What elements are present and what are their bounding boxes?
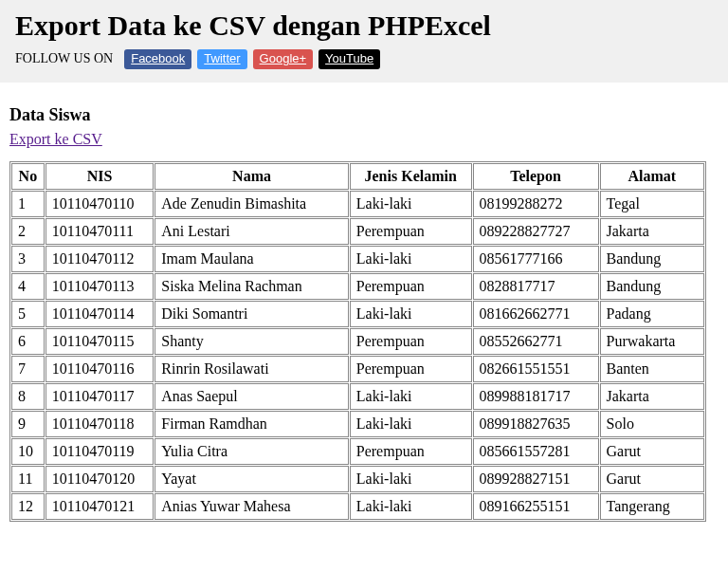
th-nama: Nama [155, 163, 349, 190]
cell-nama: Shanty [155, 328, 349, 355]
cell-no: 7 [11, 356, 45, 382]
cell-almt: Tangerang [600, 493, 704, 520]
cell-no: 5 [11, 301, 45, 327]
cell-almt: Jakarta [600, 383, 704, 410]
cell-nis: 10110470110 [46, 191, 155, 217]
table-row: 810110470117Anas SaepulLaki-laki08998818… [11, 383, 704, 410]
cell-no: 1 [11, 191, 45, 217]
page-title: Export Data ke CSV dengan PHPExcel [15, 9, 713, 42]
cell-nama: Firman Ramdhan [155, 411, 349, 437]
cell-almt: Bandung [600, 273, 704, 300]
table-row: 610110470115ShantyPerempuan08552662771Pu… [11, 328, 704, 355]
content: Data Siswa Export ke CSV No NIS Nama Jen… [0, 83, 728, 522]
cell-tel: 089988181717 [473, 383, 599, 410]
cell-nis: 10110470119 [46, 438, 155, 465]
cell-nama: Yulia Citra [155, 438, 349, 465]
cell-nis: 10110470115 [46, 328, 155, 355]
export-csv-link[interactable]: Export ke CSV [9, 131, 102, 147]
cell-almt: Purwakarta [600, 328, 704, 355]
youtube-badge[interactable]: YouTube [318, 49, 380, 69]
cell-tel: 0828817717 [473, 273, 599, 300]
cell-jk: Laki-laki [350, 383, 472, 410]
cell-almt: Bandung [600, 246, 704, 272]
cell-no: 4 [11, 273, 45, 300]
th-nis: NIS [46, 163, 155, 190]
cell-nama: Rinrin Rosilawati [155, 356, 349, 382]
follow-row: FOLLOW US ON Facebook Twitter Google+ Yo… [15, 49, 713, 69]
cell-nis: 10110470116 [46, 356, 155, 382]
table-row: 210110470111Ani LestariPerempuan08922882… [11, 218, 704, 245]
cell-tel: 089928827151 [473, 466, 599, 492]
siswa-table: No NIS Nama Jenis Kelamin Telepon Alamat… [9, 161, 706, 522]
cell-no: 9 [11, 411, 45, 437]
cell-nis: 10110470121 [46, 493, 155, 520]
cell-almt: Padang [600, 301, 704, 327]
table-row: 510110470114Diki SomantriLaki-laki081662… [11, 301, 704, 327]
th-jk: Jenis Kelamin [350, 163, 472, 190]
cell-almt: Solo [600, 411, 704, 437]
cell-tel: 08561777166 [473, 246, 599, 272]
cell-no: 11 [11, 466, 45, 492]
cell-nis: 10110470118 [46, 411, 155, 437]
table-row: 410110470113Siska Melina RachmanPerempua… [11, 273, 704, 300]
cell-jk: Laki-laki [350, 493, 472, 520]
cell-tel: 089166255151 [473, 493, 599, 520]
table-row: 310110470112Imam MaulanaLaki-laki0856177… [11, 246, 704, 272]
cell-jk: Laki-laki [350, 191, 472, 217]
cell-no: 8 [11, 383, 45, 410]
cell-nis: 10110470111 [46, 218, 155, 245]
cell-jk: Laki-laki [350, 301, 472, 327]
googleplus-badge[interactable]: Google+ [253, 49, 314, 69]
twitter-badge[interactable]: Twitter [197, 49, 246, 69]
cell-no: 12 [11, 493, 45, 520]
cell-jk: Laki-laki [350, 466, 472, 492]
table-row: 1010110470119Yulia CitraPerempuan0856615… [11, 438, 704, 465]
cell-no: 6 [11, 328, 45, 355]
cell-jk: Perempuan [350, 273, 472, 300]
cell-tel: 085661557281 [473, 438, 599, 465]
cell-tel: 081662662771 [473, 301, 599, 327]
cell-no: 10 [11, 438, 45, 465]
cell-nama: Imam Maulana [155, 246, 349, 272]
cell-almt: Tegal [600, 191, 704, 217]
cell-nis: 10110470113 [46, 273, 155, 300]
cell-nama: Yayat [155, 466, 349, 492]
cell-nis: 10110470112 [46, 246, 155, 272]
cell-almt: Banten [600, 356, 704, 382]
table-row: 110110470110Ade Zenudin BimashitaLaki-la… [11, 191, 704, 217]
table-row: 710110470116Rinrin RosilawatiPerempuan08… [11, 356, 704, 382]
cell-jk: Perempuan [350, 438, 472, 465]
cell-tel: 08552662771 [473, 328, 599, 355]
cell-tel: 082661551551 [473, 356, 599, 382]
cell-tel: 089918827635 [473, 411, 599, 437]
cell-no: 3 [11, 246, 45, 272]
follow-label: FOLLOW US ON [15, 51, 113, 66]
cell-almt: Jakarta [600, 218, 704, 245]
table-row: 1110110470120YayatLaki-laki089928827151G… [11, 466, 704, 492]
cell-jk: Perempuan [350, 328, 472, 355]
cell-nama: Ade Zenudin Bimashita [155, 191, 349, 217]
cell-nama: Anas Saepul [155, 383, 349, 410]
table-row: 910110470118Firman RamdhanLaki-laki08991… [11, 411, 704, 437]
cell-jk: Laki-laki [350, 411, 472, 437]
th-almt: Alamat [600, 163, 704, 190]
cell-no: 2 [11, 218, 45, 245]
cell-nama: Diki Somantri [155, 301, 349, 327]
th-tel: Telepon [473, 163, 599, 190]
cell-nis: 10110470117 [46, 383, 155, 410]
cell-almt: Garut [600, 466, 704, 492]
section-title: Data Siswa [9, 105, 719, 125]
th-no: No [11, 163, 45, 190]
cell-jk: Laki-laki [350, 246, 472, 272]
cell-nis: 10110470114 [46, 301, 155, 327]
page-header: Export Data ke CSV dengan PHPExcel FOLLO… [0, 0, 728, 83]
cell-tel: 08199288272 [473, 191, 599, 217]
cell-nama: Siska Melina Rachman [155, 273, 349, 300]
cell-nama: Ani Lestari [155, 218, 349, 245]
cell-tel: 089228827727 [473, 218, 599, 245]
cell-nama: Anias Yuwar Mahesa [155, 493, 349, 520]
cell-jk: Perempuan [350, 356, 472, 382]
cell-nis: 10110470120 [46, 466, 155, 492]
cell-jk: Perempuan [350, 218, 472, 245]
facebook-badge[interactable]: Facebook [124, 49, 191, 69]
